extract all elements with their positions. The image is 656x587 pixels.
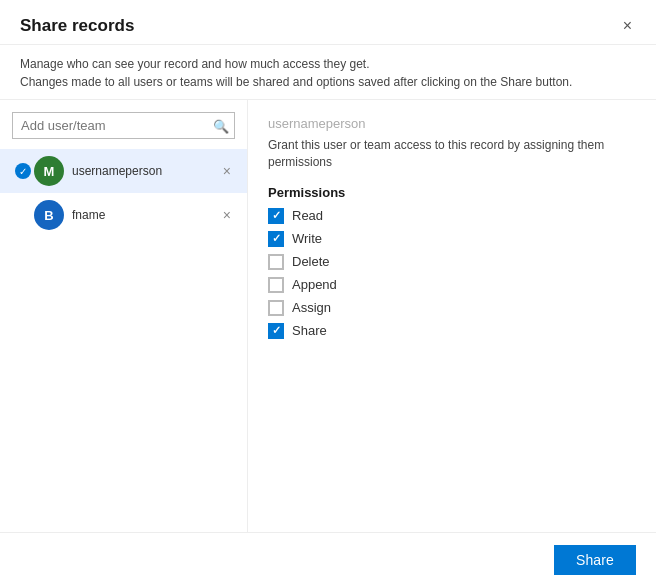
permission-name: Write <box>292 231 322 246</box>
list-item[interactable]: B fname × <box>0 193 247 237</box>
left-panel: 🔍 ✓ M usernameperson × <box>0 100 248 532</box>
permission-name: Delete <box>292 254 330 269</box>
permission-name: Share <box>292 323 327 338</box>
desc-line1: Manage who can see your record and how m… <box>20 55 636 73</box>
grant-text: Grant this user or team access to this r… <box>268 137 636 171</box>
right-panel: usernameperson Grant this user or team a… <box>248 100 656 532</box>
permission-checkbox[interactable] <box>268 254 284 270</box>
permission-item: Read <box>268 208 636 224</box>
share-button[interactable]: Share <box>554 545 636 575</box>
permissions-list: ReadWriteDeleteAppendAssignShare <box>268 208 636 339</box>
search-container: 🔍 <box>12 112 235 139</box>
permission-item: Append <box>268 277 636 293</box>
dialog-description: Manage who can see your record and how m… <box>0 45 656 100</box>
permission-checkbox[interactable] <box>268 323 284 339</box>
permission-name: Assign <box>292 300 331 315</box>
permission-checkbox[interactable] <box>268 300 284 316</box>
permission-item: Write <box>268 231 636 247</box>
close-button[interactable]: × <box>619 16 636 36</box>
share-records-dialog: Share records × Manage who can see your … <box>0 0 656 587</box>
dialog-header: Share records × <box>0 0 656 45</box>
user-name: fname <box>72 208 219 222</box>
avatar: B <box>34 200 64 230</box>
search-icon-button[interactable]: 🔍 <box>213 118 229 133</box>
dialog-title: Share records <box>20 16 134 36</box>
avatar-initial: M <box>44 164 55 179</box>
permission-checkbox[interactable] <box>268 277 284 293</box>
desc-line2: Changes made to all users or teams will … <box>20 73 636 91</box>
permission-item: Delete <box>268 254 636 270</box>
remove-user-button[interactable]: × <box>219 206 235 224</box>
dialog-footer: Share <box>0 532 656 587</box>
check-area: ✓ <box>12 163 34 179</box>
avatar: M <box>34 156 64 186</box>
user-name: usernameperson <box>72 164 219 178</box>
selected-user-display: usernameperson <box>268 116 636 131</box>
permission-item: Share <box>268 323 636 339</box>
dialog-body: 🔍 ✓ M usernameperson × <box>0 100 656 532</box>
permission-name: Append <box>292 277 337 292</box>
permission-checkbox[interactable] <box>268 231 284 247</box>
permission-item: Assign <box>268 300 636 316</box>
search-icon: 🔍 <box>213 118 229 133</box>
search-input[interactable] <box>12 112 235 139</box>
permission-name: Read <box>292 208 323 223</box>
avatar-initial: B <box>44 208 53 223</box>
user-list: ✓ M usernameperson × B fname × <box>0 149 247 532</box>
remove-user-button[interactable]: × <box>219 162 235 180</box>
selected-check-icon: ✓ <box>15 163 31 179</box>
permission-checkbox[interactable] <box>268 208 284 224</box>
list-item[interactable]: ✓ M usernameperson × <box>0 149 247 193</box>
permissions-label: Permissions <box>268 185 636 200</box>
